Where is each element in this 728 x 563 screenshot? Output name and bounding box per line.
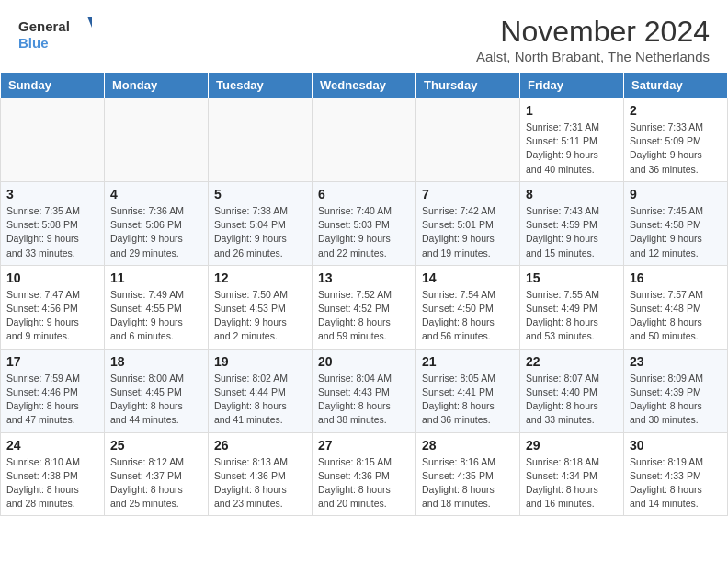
calendar-cell: 5Sunrise: 7:38 AM Sunset: 5:04 PM Daylig…: [209, 181, 313, 265]
day-info: Sunrise: 7:35 AM Sunset: 5:08 PM Dayligh…: [6, 204, 98, 260]
calendar-cell: [105, 98, 209, 182]
day-number: 4: [110, 187, 202, 201]
day-info: Sunrise: 7:59 AM Sunset: 4:46 PM Dayligh…: [6, 372, 98, 428]
day-number: 28: [422, 438, 514, 453]
day-info: Sunrise: 7:52 AM Sunset: 4:52 PM Dayligh…: [318, 288, 410, 344]
day-number: 7: [422, 187, 514, 201]
calendar-cell: 1Sunrise: 7:31 AM Sunset: 5:11 PM Daylig…: [520, 98, 624, 182]
calendar-cell: 16Sunrise: 7:57 AM Sunset: 4:48 PM Dayli…: [624, 265, 728, 349]
calendar-cell: [209, 98, 313, 182]
calendar-cell: 29Sunrise: 8:18 AM Sunset: 4:34 PM Dayli…: [520, 432, 624, 516]
day-number: 3: [6, 187, 98, 201]
day-info: Sunrise: 7:33 AM Sunset: 5:09 PM Dayligh…: [630, 121, 722, 177]
logo: General Blue: [18, 15, 92, 56]
calendar-cell: 4Sunrise: 7:36 AM Sunset: 5:06 PM Daylig…: [105, 181, 209, 265]
day-info: Sunrise: 7:50 AM Sunset: 4:53 PM Dayligh…: [214, 288, 306, 344]
day-number: 6: [318, 187, 410, 201]
day-info: Sunrise: 7:43 AM Sunset: 4:59 PM Dayligh…: [526, 204, 618, 260]
day-number: 25: [110, 438, 202, 453]
day-info: Sunrise: 8:00 AM Sunset: 4:45 PM Dayligh…: [110, 372, 202, 428]
day-info: Sunrise: 7:57 AM Sunset: 4:48 PM Dayligh…: [630, 288, 722, 344]
day-header-saturday: Saturday: [624, 73, 728, 98]
month-title: November 2024: [476, 15, 710, 49]
calendar-cell: 27Sunrise: 8:15 AM Sunset: 4:36 PM Dayli…: [313, 432, 416, 516]
day-number: 23: [630, 354, 722, 369]
calendar-cell: 7Sunrise: 7:42 AM Sunset: 5:01 PM Daylig…: [416, 181, 520, 265]
day-number: 1: [526, 103, 618, 118]
day-info: Sunrise: 7:40 AM Sunset: 5:03 PM Dayligh…: [318, 204, 410, 260]
day-number: 16: [630, 270, 722, 285]
calendar-cell: 11Sunrise: 7:49 AM Sunset: 4:55 PM Dayli…: [105, 265, 209, 349]
day-header-thursday: Thursday: [416, 73, 520, 98]
day-number: 29: [526, 438, 618, 453]
calendar-cell: 17Sunrise: 7:59 AM Sunset: 4:46 PM Dayli…: [1, 349, 105, 432]
day-info: Sunrise: 8:18 AM Sunset: 4:34 PM Dayligh…: [526, 455, 618, 511]
calendar-cell: [313, 98, 416, 182]
day-number: 15: [526, 270, 618, 285]
calendar-cell: 21Sunrise: 8:05 AM Sunset: 4:41 PM Dayli…: [416, 349, 520, 432]
calendar-cell: 10Sunrise: 7:47 AM Sunset: 4:56 PM Dayli…: [1, 265, 105, 349]
day-number: 8: [526, 187, 618, 201]
location: Aalst, North Brabant, The Netherlands: [476, 49, 710, 64]
day-info: Sunrise: 7:38 AM Sunset: 5:04 PM Dayligh…: [214, 204, 306, 260]
day-info: Sunrise: 7:31 AM Sunset: 5:11 PM Dayligh…: [526, 121, 618, 177]
day-info: Sunrise: 7:42 AM Sunset: 5:01 PM Dayligh…: [422, 204, 514, 260]
calendar-cell: 24Sunrise: 8:10 AM Sunset: 4:38 PM Dayli…: [1, 432, 105, 516]
calendar-cell: 14Sunrise: 7:54 AM Sunset: 4:50 PM Dayli…: [416, 265, 520, 349]
day-number: 19: [214, 354, 306, 369]
calendar-cell: 19Sunrise: 8:02 AM Sunset: 4:44 PM Dayli…: [209, 349, 313, 432]
calendar-cell: 28Sunrise: 8:16 AM Sunset: 4:35 PM Dayli…: [416, 432, 520, 516]
day-number: 26: [214, 438, 306, 453]
day-info: Sunrise: 7:55 AM Sunset: 4:49 PM Dayligh…: [526, 288, 618, 344]
calendar-cell: 9Sunrise: 7:45 AM Sunset: 4:58 PM Daylig…: [624, 181, 728, 265]
day-info: Sunrise: 7:47 AM Sunset: 4:56 PM Dayligh…: [6, 288, 98, 344]
calendar-cell: 23Sunrise: 8:09 AM Sunset: 4:39 PM Dayli…: [624, 349, 728, 432]
day-number: 10: [6, 270, 98, 285]
day-header-monday: Monday: [105, 73, 209, 98]
calendar-cell: 3Sunrise: 7:35 AM Sunset: 5:08 PM Daylig…: [1, 181, 105, 265]
calendar-week-3: 17Sunrise: 7:59 AM Sunset: 4:46 PM Dayli…: [1, 349, 728, 432]
calendar-cell: 18Sunrise: 8:00 AM Sunset: 4:45 PM Dayli…: [105, 349, 209, 432]
day-header-wednesday: Wednesday: [313, 73, 416, 98]
calendar-cell: 20Sunrise: 8:04 AM Sunset: 4:43 PM Dayli…: [313, 349, 416, 432]
day-number: 2: [630, 103, 722, 118]
day-info: Sunrise: 8:13 AM Sunset: 4:36 PM Dayligh…: [214, 455, 306, 511]
calendar-cell: 26Sunrise: 8:13 AM Sunset: 4:36 PM Dayli…: [209, 432, 313, 516]
day-number: 21: [422, 354, 514, 369]
day-number: 22: [526, 354, 618, 369]
day-number: 17: [6, 354, 98, 369]
day-info: Sunrise: 8:09 AM Sunset: 4:39 PM Dayligh…: [630, 372, 722, 428]
day-info: Sunrise: 8:04 AM Sunset: 4:43 PM Dayligh…: [318, 372, 410, 428]
day-number: 20: [318, 354, 410, 369]
calendar-cell: 8Sunrise: 7:43 AM Sunset: 4:59 PM Daylig…: [520, 181, 624, 265]
day-header-sunday: Sunday: [1, 73, 105, 98]
day-info: Sunrise: 8:07 AM Sunset: 4:40 PM Dayligh…: [526, 372, 618, 428]
day-number: 30: [630, 438, 722, 453]
day-number: 11: [110, 270, 202, 285]
day-info: Sunrise: 8:05 AM Sunset: 4:41 PM Dayligh…: [422, 372, 514, 428]
day-info: Sunrise: 7:54 AM Sunset: 4:50 PM Dayligh…: [422, 288, 514, 344]
day-number: 27: [318, 438, 410, 453]
day-info: Sunrise: 8:02 AM Sunset: 4:44 PM Dayligh…: [214, 372, 306, 428]
calendar-week-0: 1Sunrise: 7:31 AM Sunset: 5:11 PM Daylig…: [1, 98, 728, 182]
calendar-cell: 30Sunrise: 8:19 AM Sunset: 4:33 PM Dayli…: [624, 432, 728, 516]
day-number: 18: [110, 354, 202, 369]
calendar: SundayMondayTuesdayWednesdayThursdayFrid…: [0, 72, 728, 516]
day-info: Sunrise: 8:15 AM Sunset: 4:36 PM Dayligh…: [318, 455, 410, 511]
calendar-cell: 22Sunrise: 8:07 AM Sunset: 4:40 PM Dayli…: [520, 349, 624, 432]
svg-text:Blue: Blue: [18, 35, 49, 51]
day-number: 5: [214, 187, 306, 201]
day-info: Sunrise: 8:16 AM Sunset: 4:35 PM Dayligh…: [422, 455, 514, 511]
day-header-friday: Friday: [520, 73, 624, 98]
day-info: Sunrise: 7:45 AM Sunset: 4:58 PM Dayligh…: [630, 204, 722, 260]
calendar-cell: 13Sunrise: 7:52 AM Sunset: 4:52 PM Dayli…: [313, 265, 416, 349]
day-number: 14: [422, 270, 514, 285]
calendar-week-2: 10Sunrise: 7:47 AM Sunset: 4:56 PM Dayli…: [1, 265, 728, 349]
calendar-cell: [416, 98, 520, 182]
calendar-cell: 25Sunrise: 8:12 AM Sunset: 4:37 PM Dayli…: [105, 432, 209, 516]
calendar-cell: 15Sunrise: 7:55 AM Sunset: 4:49 PM Dayli…: [520, 265, 624, 349]
day-header-tuesday: Tuesday: [209, 73, 313, 98]
calendar-cell: 6Sunrise: 7:40 AM Sunset: 5:03 PM Daylig…: [313, 181, 416, 265]
title-block: November 2024 Aalst, North Brabant, The …: [476, 15, 710, 64]
day-number: 13: [318, 270, 410, 285]
